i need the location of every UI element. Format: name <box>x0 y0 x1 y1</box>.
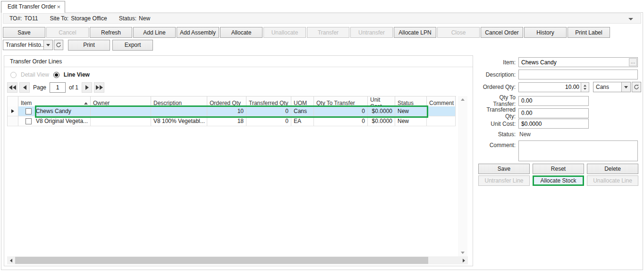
toolbar-button-refresh[interactable]: Refresh <box>90 27 132 38</box>
scrollbar-thumb[interactable] <box>15 257 428 264</box>
comment-input[interactable] <box>518 140 638 161</box>
first-page-icon <box>9 85 16 90</box>
table-row[interactable]: Chews Candy 10 0 Cans 0 $0.0000 New <box>8 106 456 116</box>
last-page-button[interactable] <box>94 82 104 93</box>
cell-ordered-qty[interactable]: 18 <box>207 116 246 126</box>
toolbar-button-history[interactable]: History <box>524 27 567 38</box>
chevron-down-icon[interactable] <box>43 40 52 50</box>
last-page-icon <box>96 85 103 90</box>
cell-qty-to-transfer[interactable]: 0 <box>314 106 368 116</box>
refresh-uom-button[interactable] <box>632 82 641 92</box>
cell-item[interactable]: V8 Original Vegeta... <box>18 116 91 126</box>
page-input[interactable] <box>50 82 66 93</box>
order-summary-bar[interactable]: TO#: TO11 Site To: Storage Office Status… <box>3 13 641 24</box>
line-view-radio[interactable] <box>53 72 59 78</box>
scroll-down-icon[interactable] <box>461 252 465 254</box>
description-input[interactable] <box>518 70 638 79</box>
item-input[interactable] <box>518 57 638 67</box>
horizontal-scrollbar[interactable] <box>7 256 468 264</box>
prev-page-button[interactable] <box>19 82 30 93</box>
toolbar-button-cancel-order[interactable]: Cancel Order <box>481 27 523 38</box>
toolbar: SaveCancelRefreshAdd LineAdd AssemblyAll… <box>3 27 610 38</box>
line-save-button[interactable]: Save <box>478 164 530 174</box>
cell-comment[interactable] <box>427 116 456 126</box>
chevron-down-icon[interactable] <box>621 82 630 92</box>
scroll-left-icon[interactable] <box>10 259 12 262</box>
qty-spinner[interactable] <box>581 83 589 92</box>
cell-transferred-qty[interactable]: 0 <box>246 106 291 116</box>
toolbar-button-unallocate: Unallocate <box>263 27 306 38</box>
cell-description[interactable]: V8 100% Vegetabl... <box>151 116 207 126</box>
cell-item[interactable]: Chews Candy <box>18 106 91 116</box>
cell-status[interactable]: New <box>395 116 427 126</box>
cell-ordered-qty[interactable]: 10 <box>207 106 246 116</box>
allocate-stock-button[interactable]: Allocate Stock <box>533 175 584 186</box>
row-checkbox[interactable] <box>25 118 32 124</box>
toolbar-button-save[interactable]: Save <box>3 27 45 38</box>
comment-row: Comment: <box>476 140 638 161</box>
transferred-qty-input[interactable] <box>518 108 589 118</box>
next-page-button[interactable] <box>82 82 92 93</box>
current-row-icon <box>11 109 14 113</box>
status-field: Status: New <box>119 15 150 22</box>
site-to-field: Site To: Storage Office <box>50 15 107 22</box>
collapse-chevron-icon[interactable] <box>628 18 633 20</box>
table-row[interactable]: V8 Original Vegeta... V8 100% Vegetabl..… <box>8 116 456 126</box>
first-page-button[interactable] <box>7 82 17 93</box>
spinner-up-icon[interactable] <box>584 85 586 87</box>
to-number-label: TO#: <box>9 15 22 22</box>
cell-owner[interactable] <box>91 116 151 126</box>
print-button[interactable]: Print <box>68 40 110 51</box>
line-delete-button[interactable]: Delete <box>587 164 638 174</box>
cell-uom[interactable]: Cans <box>291 106 314 116</box>
unit-cost-input[interactable] <box>518 119 589 129</box>
cell-transferred-qty[interactable]: 0 <box>246 116 291 126</box>
site-to-value: Storage Office <box>71 15 107 22</box>
refresh-report-button[interactable] <box>54 40 63 50</box>
scroll-right-icon[interactable] <box>463 259 465 262</box>
toolbar-button-print-label[interactable]: Print Label <box>568 27 610 38</box>
prev-page-icon <box>23 85 26 90</box>
report-combo-value: Transfer Histo... <box>3 42 43 48</box>
qty-to-transfer-row: Qty To Transfer: <box>476 94 589 107</box>
cell-comment[interactable] <box>427 106 456 116</box>
toolbar-button-transfer: Transfer <box>307 27 349 38</box>
cell-uom[interactable]: EA <box>291 116 314 126</box>
ordered-qty-input[interactable] <box>518 82 589 92</box>
uom-combo[interactable]: Cans <box>593 82 631 92</box>
scroll-up-icon[interactable] <box>461 98 465 101</box>
toolbar-button-add-assembly[interactable]: Add Assembly <box>177 27 219 38</box>
cell-status[interactable]: New <box>395 106 427 116</box>
item-lookup-button[interactable]: … <box>629 58 637 66</box>
lines-table: Item Owner Description Ordered Qty Trans… <box>7 96 456 126</box>
row-checkbox[interactable] <box>25 108 32 114</box>
detail-status-label: Status: <box>476 131 518 138</box>
tab-close-icon[interactable]: × <box>57 4 60 10</box>
report-combo[interactable]: Transfer Histo... <box>3 40 53 50</box>
toolbar-button-add-line[interactable]: Add Line <box>133 27 176 38</box>
to-number-value: TO11 <box>24 15 38 22</box>
qty-to-transfer-input[interactable] <box>518 96 589 106</box>
cell-owner[interactable] <box>91 106 151 116</box>
cell-description[interactable] <box>151 106 207 116</box>
cell-unit-cost[interactable]: $0.0000 <box>368 106 395 116</box>
untransfer-line-button: Untransfer Line <box>478 175 530 186</box>
view-mode-options: Detail View Line View <box>10 71 90 79</box>
spinner-down-icon[interactable] <box>584 88 586 90</box>
ordered-qty-row: Ordered Qty: Cans <box>476 82 641 92</box>
export-button[interactable]: Export <box>112 40 153 51</box>
toolbar-button-allocate[interactable]: Allocate <box>220 27 263 38</box>
toolbar-button-allocate-lpn[interactable]: Allocate LPN <box>394 27 436 38</box>
vertical-scrollbar[interactable] <box>458 96 467 256</box>
detail-view-radio <box>10 72 17 78</box>
line-detail-panel: Item: … Description: Ordered Qty: Cans <box>476 55 642 266</box>
cell-unit-cost[interactable]: $0.0000 <box>368 116 395 126</box>
detail-view-label: Detail View <box>21 71 49 78</box>
tab-title: Edit Transfer Order <box>8 3 56 10</box>
line-reset-button[interactable]: Reset <box>533 164 584 174</box>
tab-edit-transfer-order[interactable]: Edit Transfer Order × <box>1 1 65 13</box>
status-row: Status: New <box>476 131 531 138</box>
ordered-qty-label: Ordered Qty: <box>476 84 518 90</box>
cell-qty-to-transfer[interactable]: 0 <box>314 116 368 126</box>
description-row: Description: <box>476 70 638 79</box>
